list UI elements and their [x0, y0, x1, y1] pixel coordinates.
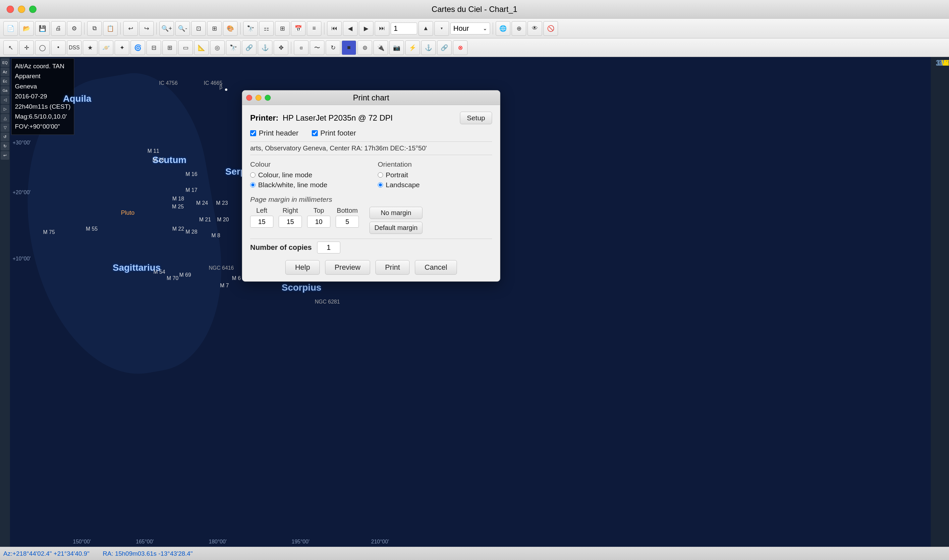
- measure-button[interactable]: 📐: [194, 40, 209, 55]
- margin-left-input[interactable]: [250, 216, 273, 228]
- landscape-option[interactable]: Landscape: [378, 181, 492, 189]
- chart-type2[interactable]: ⚏: [259, 21, 274, 36]
- move-up[interactable]: △: [1, 114, 9, 123]
- chart-type5[interactable]: ≡: [307, 21, 321, 36]
- default-margin-button[interactable]: Default margin: [369, 222, 423, 234]
- crosshair-button[interactable]: ✛: [19, 40, 34, 55]
- move-down[interactable]: ▽: [1, 123, 9, 132]
- bw-line-mode[interactable]: Black/white, line mode: [250, 181, 365, 189]
- paste-button[interactable]: 📋: [103, 21, 118, 36]
- chart-type3[interactable]: ⊞: [275, 21, 289, 36]
- circle-button[interactable]: ◯: [35, 40, 50, 55]
- dot-button[interactable]: •: [51, 40, 66, 55]
- print-action-button[interactable]: Print: [375, 260, 409, 275]
- galaxy-button[interactable]: 🌀: [131, 40, 145, 55]
- settings-button[interactable]: ⚙: [67, 21, 82, 36]
- dialog-maximize-button[interactable]: [265, 95, 271, 101]
- eyepiece-button[interactable]: ⊚: [358, 40, 372, 55]
- nebula-button[interactable]: ✦: [115, 40, 129, 55]
- zoom-out-button[interactable]: 🔍-: [175, 21, 190, 36]
- color-picker[interactable]: 🎨: [223, 21, 238, 36]
- hour-selector[interactable]: Hour ⌄: [450, 23, 490, 34]
- m21: M 21: [199, 217, 211, 223]
- nav-next[interactable]: ▶: [359, 21, 374, 36]
- portrait-option[interactable]: Portrait: [378, 171, 492, 179]
- no-margin-button[interactable]: No margin: [369, 207, 423, 219]
- pointer-button[interactable]: ↖: [3, 40, 18, 55]
- open-button[interactable]: 📂: [19, 21, 34, 36]
- new-button[interactable]: 📄: [3, 21, 18, 36]
- nav-prev2[interactable]: ⏮: [327, 21, 341, 36]
- wave-button[interactable]: 〜: [310, 40, 325, 55]
- camera-button[interactable]: 📷: [389, 40, 404, 55]
- colour-line-mode[interactable]: Colour, line mode: [250, 171, 365, 179]
- move-right[interactable]: ▷: [1, 105, 9, 113]
- setup-button[interactable]: Setup: [460, 112, 492, 124]
- alpha-button[interactable]: α: [294, 40, 309, 55]
- nav-inc[interactable]: ▲: [418, 21, 433, 36]
- ec-btn[interactable]: Ec: [1, 77, 9, 86]
- az-btn[interactable]: Az: [1, 68, 9, 76]
- copy-button[interactable]: ⧉: [87, 21, 102, 36]
- nav-prev[interactable]: ◀: [343, 21, 358, 36]
- copies-input[interactable]: [317, 242, 340, 254]
- ga-btn[interactable]: Ga: [1, 86, 9, 95]
- margin-right-input[interactable]: [279, 216, 302, 228]
- zoom-fit-button[interactable]: ⊡: [191, 21, 206, 36]
- dec-20: +20°00': [12, 189, 31, 195]
- chart-type1[interactable]: 🔭: [243, 21, 258, 36]
- target-button[interactable]: ⊕: [512, 21, 526, 36]
- dss-button[interactable]: DSS: [67, 40, 82, 55]
- stop-button[interactable]: 🚫: [543, 21, 558, 36]
- print-footer-input[interactable]: [312, 130, 318, 136]
- eq-btn[interactable]: EQ: [1, 58, 9, 67]
- grid-button[interactable]: ⊞: [162, 40, 177, 55]
- link2-button[interactable]: 🔗: [437, 40, 452, 55]
- save-button[interactable]: 💾: [35, 21, 50, 36]
- chart-type4[interactable]: 📅: [291, 21, 306, 36]
- fov-button[interactable]: ◎: [210, 40, 225, 55]
- print-footer-checkbox[interactable]: Print footer: [312, 129, 356, 137]
- filter-button[interactable]: ⊟: [146, 40, 161, 55]
- connect-button[interactable]: 🔌: [374, 40, 388, 55]
- rotate-button[interactable]: ↻: [326, 40, 340, 55]
- red-target-button[interactable]: ⊗: [453, 40, 468, 55]
- eye-button[interactable]: 👁: [528, 21, 542, 36]
- anchor-button[interactable]: ⚓: [258, 40, 272, 55]
- print-header-input[interactable]: [250, 130, 256, 136]
- link-button[interactable]: 🔗: [242, 40, 257, 55]
- blue-button[interactable]: ■: [341, 40, 356, 55]
- dialog-minimize-button[interactable]: [255, 95, 261, 101]
- nav-next2[interactable]: ⏭: [375, 21, 389, 36]
- cancel-button[interactable]: Cancel: [415, 260, 457, 275]
- rect-button[interactable]: ▭: [178, 40, 193, 55]
- minimize-button[interactable]: [18, 6, 25, 13]
- print-header-checkbox[interactable]: Print header: [250, 129, 298, 137]
- nav-dec[interactable]: ▼: [434, 21, 449, 36]
- undo-left[interactable]: ↩: [1, 151, 9, 160]
- undo-button[interactable]: ↩: [123, 21, 138, 36]
- anchor2-button[interactable]: ⚓: [421, 40, 436, 55]
- maximize-button[interactable]: [29, 6, 37, 13]
- print-button[interactable]: 🖨: [51, 21, 66, 36]
- starmap[interactable]: Alt/Az coord. TAN Apparent Geneva 2016-0…: [10, 57, 949, 547]
- margin-bottom-input[interactable]: [336, 216, 359, 228]
- preview-button[interactable]: Preview: [325, 260, 370, 275]
- plug-button[interactable]: ⚡: [405, 40, 420, 55]
- zoom-in-button[interactable]: 🔍+: [159, 21, 174, 36]
- margin-top-input[interactable]: [307, 216, 331, 228]
- move-button[interactable]: ✥: [274, 40, 288, 55]
- redo-button[interactable]: ↪: [139, 21, 154, 36]
- zoom-custom-button[interactable]: ⊞: [207, 21, 221, 36]
- nav-value-input[interactable]: [391, 23, 417, 34]
- move-left[interactable]: ◁: [1, 95, 9, 104]
- rotate-left[interactable]: ↺: [1, 132, 9, 141]
- planet-button[interactable]: 🪐: [99, 40, 113, 55]
- rotate-right[interactable]: ↻: [1, 142, 9, 151]
- star-button[interactable]: ★: [83, 40, 97, 55]
- telescope-button[interactable]: 🔭: [226, 40, 241, 55]
- help-button[interactable]: Help: [285, 260, 320, 275]
- close-button[interactable]: [7, 6, 14, 13]
- dialog-close-button[interactable]: [246, 95, 252, 101]
- globe-button[interactable]: 🌐: [496, 21, 510, 36]
